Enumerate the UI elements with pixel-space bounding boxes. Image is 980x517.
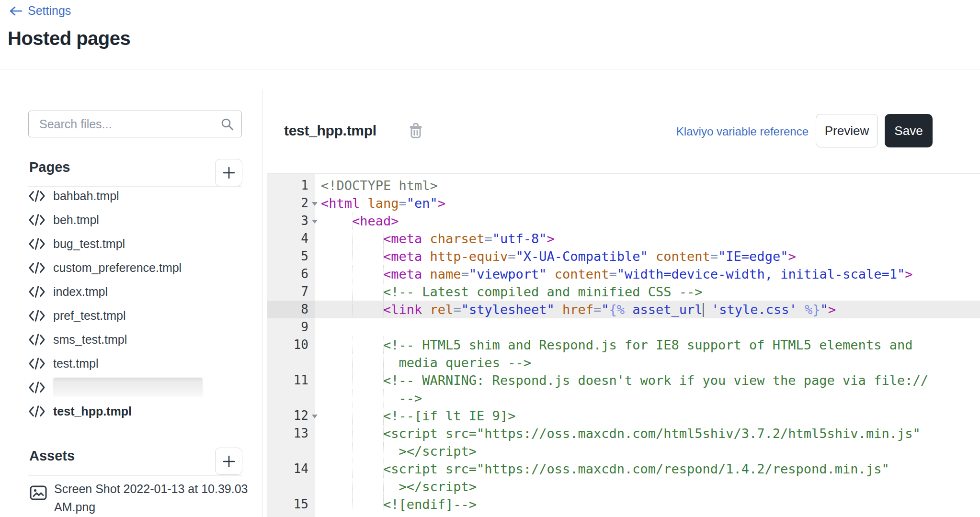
code-token — [321, 373, 383, 388]
code-row[interactable]: 10 <!-- HTML5 shim and Respond.js for IE… — [267, 336, 980, 354]
code-token: <!DOCTYPE html> — [321, 178, 438, 193]
code-token: rel — [430, 302, 454, 317]
sidebar-item-file[interactable]: index.tmpl — [0, 280, 262, 303]
code-row[interactable]: 14 <script src="https://oss.maxcdn.com/r… — [267, 460, 980, 478]
code-line: <!-- Latest compiled and minified CSS --… — [315, 283, 980, 301]
code-token: href — [562, 302, 593, 317]
code-token: http-equiv — [430, 249, 508, 264]
code-token: {% — [609, 302, 633, 317]
sidebar-item-file[interactable]: pref_test.tmpl — [0, 303, 262, 327]
sidebar-item-file[interactable]: bahbah.tmpl — [0, 184, 262, 208]
save-button[interactable]: Save — [885, 114, 933, 147]
code-token — [422, 231, 430, 246]
code-token: asset_url — [632, 302, 702, 317]
add-page-button[interactable] — [215, 159, 242, 186]
line-number: 2 — [267, 194, 315, 212]
code-token — [704, 302, 711, 317]
code-row[interactable]: media queries --> — [267, 354, 980, 371]
plus-icon — [221, 165, 237, 180]
code-row[interactable]: 15 <![endif]--> — [267, 495, 980, 513]
code-token: > — [788, 249, 796, 264]
delete-file-button[interactable] — [405, 120, 427, 142]
code-token: "viewport" — [469, 267, 547, 281]
code-row[interactable]: 2<html lang="en"> — [267, 194, 980, 212]
code-line: ></script> — [315, 478, 980, 495]
code-token: --> — [399, 391, 422, 405]
code-file-icon — [29, 333, 45, 346]
variable-reference-link[interactable]: Klaviyo variable reference — [676, 125, 809, 138]
code-token — [321, 302, 383, 317]
code-token — [422, 249, 430, 264]
code-line: <meta http-equiv="X-UA-Compatible" conte… — [315, 247, 980, 265]
code-token: <!--[if lt IE 9]> — [383, 408, 515, 423]
code-token — [321, 249, 383, 264]
code-token: <meta — [383, 267, 422, 281]
add-asset-button[interactable] — [215, 448, 242, 475]
asset-name: Screen Shot 2022-01-13 at 10.39.03 AM.pn… — [54, 480, 265, 516]
preview-button[interactable]: Preview — [816, 114, 878, 147]
search-box — [28, 111, 242, 137]
code-token: <!-- HTML5 shim and Respond.js for IE8 s… — [383, 337, 912, 352]
code-token — [321, 355, 399, 370]
search-input[interactable] — [28, 111, 242, 137]
code-row[interactable]: 11 <!-- WARNING: Respond.js doesn't work… — [267, 371, 980, 389]
code-line: <link rel="stylesheet" href="{% asset_ur… — [315, 301, 980, 318]
code-file-icon — [29, 190, 45, 202]
code-row[interactable]: ></script> — [267, 442, 980, 460]
code-line: <head> — [315, 212, 980, 230]
code-line: <script src="https://oss.maxcdn.com/html… — [315, 425, 980, 442]
sidebar-item-file[interactable]: bug_test.tmpl — [0, 232, 262, 256]
line-number: 13 — [267, 425, 315, 442]
code-row[interactable]: --> — [267, 389, 980, 407]
code-row[interactable]: 7 <!-- Latest compiled and minified CSS … — [267, 283, 980, 301]
code-token: "en" — [407, 196, 438, 211]
sidebar-item-file[interactable] — [0, 375, 262, 399]
code-token: > — [828, 302, 836, 317]
code-row[interactable]: 5 <meta http-equiv="X-UA-Compatible" con… — [267, 247, 980, 265]
code-token: name — [430, 267, 461, 281]
trash-icon — [408, 123, 423, 139]
file-name: bug_test.tmpl — [53, 237, 125, 251]
sidebar-item-file[interactable]: test_hpp.tmpl — [0, 399, 262, 423]
code-row[interactable]: 1<!DOCTYPE html> — [267, 177, 980, 194]
code-line: --> — [315, 389, 980, 407]
code-row[interactable]: ></script> — [267, 478, 980, 495]
code-token: <script src="https://oss.maxcdn.com/resp… — [383, 461, 889, 476]
code-row[interactable]: 13 <script src="https://oss.maxcdn.com/h… — [267, 425, 980, 442]
code-token: <![endif]--> — [383, 497, 477, 512]
code-token — [321, 408, 383, 423]
code-file-icon — [29, 285, 45, 298]
plus-icon — [221, 454, 237, 469]
sidebar-item-file[interactable]: custom_preference.tmpl — [0, 256, 262, 280]
code-file-icon — [29, 214, 45, 226]
sidebar-item-file[interactable]: test.tmpl — [0, 351, 262, 375]
code-token: %} — [797, 302, 820, 317]
code-token — [360, 196, 367, 211]
image-file-icon — [30, 485, 47, 500]
code-row[interactable]: 9 — [267, 318, 980, 336]
sidebar-item-asset[interactable]: Screen Shot 2022-01-13 at 10.39.03 AM.pn… — [0, 479, 265, 516]
code-token: <html — [321, 196, 360, 211]
sidebar-item-file[interactable]: beh.tmpl — [0, 208, 262, 232]
code-row[interactable]: 6 <meta name="viewport" content="width=d… — [267, 265, 980, 283]
code-line: ></script> — [315, 442, 980, 460]
file-name: test.tmpl — [53, 357, 98, 371]
code-row[interactable]: 3 <head> — [267, 212, 980, 230]
code-row[interactable]: 12 <!--[if lt IE 9]> — [267, 407, 980, 425]
code-row[interactable]: 4 <meta charset="utf-8"> — [267, 230, 980, 247]
code-editor[interactable]: 1<!DOCTYPE html>2<html lang="en">3 <head… — [267, 173, 980, 517]
line-number: 12 — [267, 407, 315, 425]
code-token: content — [555, 267, 609, 281]
code-token — [321, 337, 383, 352]
line-number — [267, 478, 315, 495]
code-file-icon — [29, 381, 45, 394]
code-token: <!-- Latest compiled and minified CSS --… — [383, 284, 702, 299]
code-line: <!DOCTYPE html> — [315, 177, 980, 194]
code-token — [321, 479, 399, 494]
sidebar-item-file[interactable]: sms_test.tmpl — [0, 327, 262, 351]
back-to-settings-link[interactable]: Settings — [9, 4, 71, 18]
code-token: > — [905, 267, 912, 281]
line-number: 6 — [267, 265, 315, 283]
code-token: charset — [430, 231, 485, 246]
code-row[interactable]: 8 <link rel="stylesheet" href="{% asset_… — [267, 301, 980, 318]
